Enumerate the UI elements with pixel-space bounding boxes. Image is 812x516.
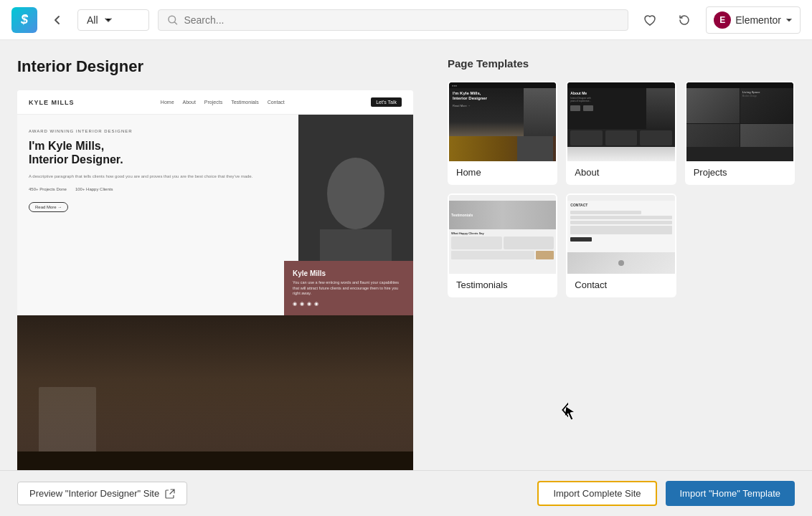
favorites-button[interactable] (637, 7, 663, 33)
topbar: $ All E Elementor (0, 0, 812, 40)
youtube-icon: ◉ (307, 301, 311, 307)
thumb-nav-contact (567, 195, 674, 201)
templates-grid: ●●● I'm Kyle Mills,Interior Designer Rea… (448, 81, 795, 297)
refresh-button[interactable] (671, 7, 697, 33)
bio-social-icons: ◉ ◉ ◉ ◉ (293, 301, 405, 307)
preview-hero-section: AWARD WINNING INTERIOR DESIGNER I'm Kyle… (17, 115, 413, 315)
template-thumb-contact: CONTACT (567, 195, 674, 274)
nav-link-contact: Contact (268, 100, 285, 105)
import-home-template-button[interactable]: Import "Home" Template (666, 481, 796, 506)
thumb-text-home: Read More → (453, 104, 520, 108)
decor-element (39, 387, 96, 459)
thumb-form-field-4 (570, 226, 671, 234)
linkedin-icon: ◉ (314, 301, 318, 307)
thumb-hero-testimonials: Testimonials (449, 201, 556, 229)
template-card-home[interactable]: ●●● I'm Kyle Mills,Interior Designer Rea… (448, 81, 557, 185)
thumb-form-field-1 (570, 211, 641, 214)
preview-site-button[interactable]: Preview "Interior Designer" Site (17, 482, 187, 505)
import-complete-label: Import Complete Site (553, 488, 641, 499)
import-complete-site-button[interactable]: Import Complete Site (537, 481, 656, 506)
thumb-stats-row-about (567, 129, 674, 147)
thumb-nav-home: ●●● (449, 82, 556, 88)
floor-element (17, 452, 413, 470)
app-logo[interactable]: $ (11, 7, 37, 33)
stat2: 100+ Happy Clients (75, 187, 113, 191)
template-thumb-testimonials: Testimonials What Happy Clients Say (449, 195, 556, 274)
template-thumb-about: About Me Interior Designer withyears of … (567, 82, 674, 161)
filter-label: All (87, 14, 98, 26)
thumb-title-testimonials: What Happy Clients Say (451, 231, 554, 235)
elementor-badge[interactable]: E Elementor (706, 6, 801, 34)
thumb-bottom-projects (686, 147, 793, 161)
topbar-right-actions: E Elementor (637, 6, 801, 34)
search-bar[interactable] (158, 9, 628, 31)
thumb-grid-projects: Living Space Modern Design (686, 88, 793, 147)
preview-hero-left: AWARD WINNING INTERIOR DESIGNER I'm Kyle… (17, 115, 298, 315)
chevron-down-icon (104, 16, 113, 24)
thumb-title-home: I'm Kyle Mills,Interior Designer (453, 91, 520, 101)
refresh-icon (677, 13, 691, 27)
search-input[interactable] (184, 14, 619, 26)
stat1: 450+ Projects Done (29, 187, 67, 191)
import-home-label: Import "Home" Template (680, 488, 781, 499)
nav-link-home: Home (161, 100, 174, 105)
template-card-about[interactable]: About Me Interior Designer withyears of … (566, 81, 676, 185)
preview-btn-label: Preview "Interior Designer" Site (29, 488, 159, 499)
main-content: Interior Designer KYLE MILLS Home About … (0, 40, 812, 470)
thumb-map-contact (567, 252, 674, 274)
template-label-home: Home (449, 161, 556, 183)
chevron-down-icon-elementor (785, 16, 793, 24)
thumb-content-testimonials: What Happy Clients Say (449, 229, 556, 274)
thumb-proj-2: Living Space Modern Design (740, 88, 793, 123)
preview-nav-logo: KYLE MILLS (29, 99, 75, 106)
bio-text: You can use a few enticing words and fla… (293, 280, 405, 297)
room-photo (17, 315, 413, 470)
thumb-testimonial-2 (504, 236, 554, 249)
thumb-testimonial-1 (451, 236, 502, 249)
thumb-proj-1 (686, 88, 740, 123)
preview-nav-links: Home About Projects Testimonials Contact (161, 100, 285, 105)
thumb-form-contact (567, 209, 674, 252)
logo-icon: $ (11, 7, 37, 33)
search-icon (167, 14, 178, 26)
thumb-image-home (524, 88, 556, 136)
thumb-hero-about: About Me Interior Designer withyears of … (567, 88, 674, 129)
external-link-icon (165, 489, 175, 499)
thumb-bottom-home (449, 136, 556, 161)
preview-nav: KYLE MILLS Home About Projects Testimoni… (17, 90, 413, 115)
thumb-items-testimonials (451, 236, 554, 249)
thumb-stat-2 (605, 130, 637, 145)
thumb-stat-1 (570, 130, 602, 145)
thumb-stat-3 (640, 130, 671, 145)
preview-hero-text: A descriptive paragraph that tells clien… (29, 173, 287, 180)
preview-hero-title: I'm Kyle Mills,Interior Designer. (29, 139, 287, 166)
template-card-testimonials[interactable]: Testimonials What Happy Clients Say (448, 194, 557, 297)
template-label-about: About (567, 161, 674, 183)
template-card-projects[interactable]: Living Space Modern Design Projects (685, 81, 795, 185)
template-thumb-home: ●●● I'm Kyle Mills,Interior Designer Rea… (449, 82, 556, 161)
thumb-stats-about (570, 105, 643, 111)
thumb-nav-projects (686, 82, 793, 88)
nav-link-about: About (183, 100, 196, 105)
thumb-form-submit (570, 237, 592, 242)
thumb-proj-3 (686, 124, 740, 148)
page-templates-heading: Page Templates (448, 57, 795, 70)
template-label-contact: Contact (567, 274, 674, 296)
bio-name: Kyle Mills (293, 269, 405, 277)
thumb-bottom-about (567, 147, 674, 161)
thumb-nav-testimonials (449, 195, 556, 201)
preview-hero-stats: 450+ Projects Done 100+ Happy Clients (29, 187, 287, 191)
preview-inner: KYLE MILLS Home About Projects Testimoni… (17, 90, 413, 470)
site-preview-frame: KYLE MILLS Home About Projects Testimoni… (17, 90, 413, 470)
thumb-image-about (646, 88, 675, 129)
back-button[interactable] (46, 9, 69, 32)
thumb-content-home: I'm Kyle Mills,Interior Designer Read Mo… (449, 88, 556, 136)
right-panel: Page Templates ●●● I'm Kyle Mills,Interi… (430, 40, 812, 470)
template-card-contact[interactable]: CONTACT Contact (566, 194, 676, 297)
thumb-proj-4 (740, 124, 793, 148)
thumb-left-home: I'm Kyle Mills,Interior Designer Read Mo… (449, 88, 524, 136)
elementor-icon: E (714, 11, 731, 29)
filter-dropdown[interactable]: All (77, 9, 149, 31)
thumb-nav-about (567, 82, 674, 88)
nav-link-projects: Projects (204, 100, 222, 105)
